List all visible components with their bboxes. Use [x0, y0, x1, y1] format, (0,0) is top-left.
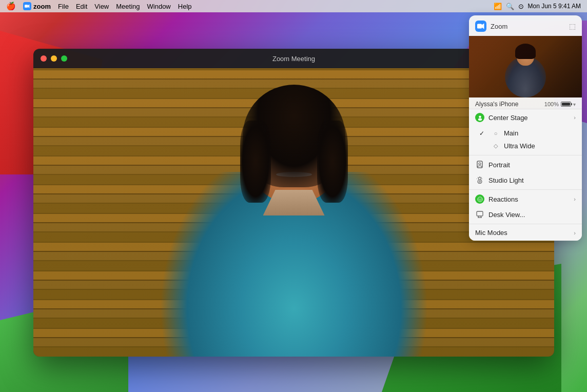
portrait-label: Portrait: [488, 161, 510, 169]
minimize-button[interactable]: [51, 55, 57, 62]
notification-thumbnail: [469, 36, 582, 97]
spotlight-icon[interactable]: 🔍: [506, 3, 514, 10]
dropdown-menu: Center Stage › ✓ ○ Main ◇ Ultra Wide: [469, 109, 582, 241]
device-name: Alyssa's iPhone: [475, 101, 518, 108]
camera-submenu: ✓ ○ Main ◇ Ultra Wide: [469, 126, 582, 153]
menubar: 🍎 zoom File Edit View Meeting Window Hel…: [0, 0, 587, 12]
thumb-overlay: [469, 36, 582, 97]
notification-app-info: Zoom: [475, 21, 507, 32]
reactions-label: Reactions: [488, 195, 518, 203]
center-stage-left: Center Stage: [475, 113, 528, 122]
svg-point-5: [478, 118, 481, 121]
reactions-chevron: ›: [574, 196, 576, 202]
hair-right: [317, 121, 348, 203]
battery-bar-fill: [562, 103, 570, 106]
close-button[interactable]: [41, 55, 47, 62]
svg-line-10: [481, 178, 482, 178]
studio-light-label: Studio Light: [488, 177, 524, 184]
portrait-svg: [476, 161, 484, 169]
svg-line-12: [478, 178, 478, 178]
portrait-left: Portrait: [475, 160, 510, 169]
menu-item-reactions[interactable]: Reactions ›: [469, 191, 582, 207]
reactions-svg: [477, 197, 483, 202]
menubar-time: Mon Jun 5 9:41 AM: [528, 3, 581, 10]
menu-divider-3: [469, 224, 582, 224]
mic-modes-row[interactable]: Mic Modes ›: [469, 226, 582, 241]
battery-indicator: 100% ▾: [544, 101, 576, 107]
menubar-right: 📶 🔍 ⊙ Mon Jun 5 9:41 AM: [494, 3, 581, 10]
menubar-file[interactable]: File: [58, 3, 69, 10]
center-stage-svg: [477, 115, 483, 121]
traffic-lights: [41, 55, 67, 62]
submenu-item-main[interactable]: ✓ ○ Main: [469, 127, 582, 140]
svg-rect-2: [477, 24, 482, 29]
zoom-icon-small: [23, 2, 31, 10]
svg-point-14: [478, 180, 482, 184]
main-circle-icon: ○: [492, 130, 500, 136]
submenu-ultrawide-label: Ultra Wide: [504, 142, 535, 150]
menubar-app-name[interactable]: zoom: [33, 3, 51, 10]
apple-menu[interactable]: 🍎: [6, 2, 16, 11]
maximize-button[interactable]: [61, 55, 67, 62]
menubar-view[interactable]: View: [94, 3, 109, 10]
menubar-left: 🍎 zoom File Edit View Meeting Window Hel…: [6, 2, 192, 11]
window-title: Zoom Meeting: [272, 55, 315, 63]
studio-light-left: Studio Light: [475, 175, 524, 185]
svg-point-15: [479, 181, 481, 183]
zoom-camera-icon: [25, 4, 30, 9]
menubar-window[interactable]: Window: [147, 3, 171, 10]
portrait-icon: [475, 160, 484, 169]
notification-header: Zoom ⬚: [469, 15, 582, 36]
menubar-help[interactable]: Help: [178, 3, 192, 10]
svg-rect-0: [25, 5, 28, 8]
menu-item-desk-view[interactable]: Desk View...: [469, 207, 582, 222]
checkmark-main: ✓: [479, 130, 487, 137]
ultrawide-diamond-icon: ◇: [492, 143, 500, 149]
svg-point-7: [479, 163, 481, 165]
center-stage-row[interactable]: Center Stage ›: [469, 109, 582, 126]
notification-popup: Zoom ⬚ Alyssa's iPhone 100% ▾: [469, 15, 582, 241]
menu-divider-2: [469, 189, 582, 190]
menubar-edit[interactable]: Edit: [76, 3, 87, 10]
menu-item-portrait[interactable]: Portrait: [469, 157, 582, 172]
svg-point-8: [479, 178, 481, 180]
hair-left: [240, 121, 271, 203]
studio-light-svg: [476, 176, 484, 184]
zoom-app-icon: [475, 21, 486, 32]
zoom-menu-icon-bar: zoom: [23, 2, 51, 10]
battery-percent-text: 100%: [544, 101, 559, 107]
submenu-item-ultrawide[interactable]: ◇ Ultra Wide: [469, 140, 582, 152]
wifi-icon: 📶: [494, 3, 502, 10]
device-chevron[interactable]: ▾: [573, 102, 576, 107]
zoom-camera-svg: [477, 23, 484, 30]
center-stage-icon: [475, 113, 484, 122]
studio-light-icon: [475, 175, 484, 185]
center-stage-chevron: ›: [574, 114, 576, 121]
desk-view-icon: [475, 210, 484, 219]
desk-view-label: Desk View...: [488, 211, 525, 219]
battery-bar-icon: [561, 102, 571, 107]
notification-app-name: Zoom: [491, 23, 507, 30]
mic-modes-chevron: ›: [574, 230, 576, 236]
control-center-icon[interactable]: ⊙: [518, 3, 524, 10]
menu-item-studio-light[interactable]: Studio Light: [469, 172, 582, 188]
svg-point-4: [479, 115, 481, 118]
desk-view-left: Desk View...: [475, 210, 525, 219]
device-info-row: Alyssa's iPhone 100% ▾: [469, 97, 582, 109]
svg-marker-3: [482, 24, 484, 29]
submenu-main-label: Main: [504, 129, 518, 137]
mic-modes-label: Mic Modes: [475, 229, 507, 237]
svg-point-18: [480, 198, 481, 199]
svg-marker-1: [28, 4, 29, 8]
menu-divider-1: [469, 155, 582, 155]
svg-rect-19: [477, 211, 483, 216]
person-figure: [114, 69, 474, 357]
screen-share-icon[interactable]: ⬚: [569, 22, 576, 30]
reactions-icon: [475, 194, 484, 204]
svg-point-16: [477, 197, 482, 201]
svg-point-17: [478, 198, 479, 199]
desk-view-svg: [476, 210, 484, 219]
menubar-meeting[interactable]: Meeting: [116, 3, 140, 10]
center-stage-label: Center Stage: [488, 114, 528, 122]
reactions-left: Reactions: [475, 194, 518, 204]
